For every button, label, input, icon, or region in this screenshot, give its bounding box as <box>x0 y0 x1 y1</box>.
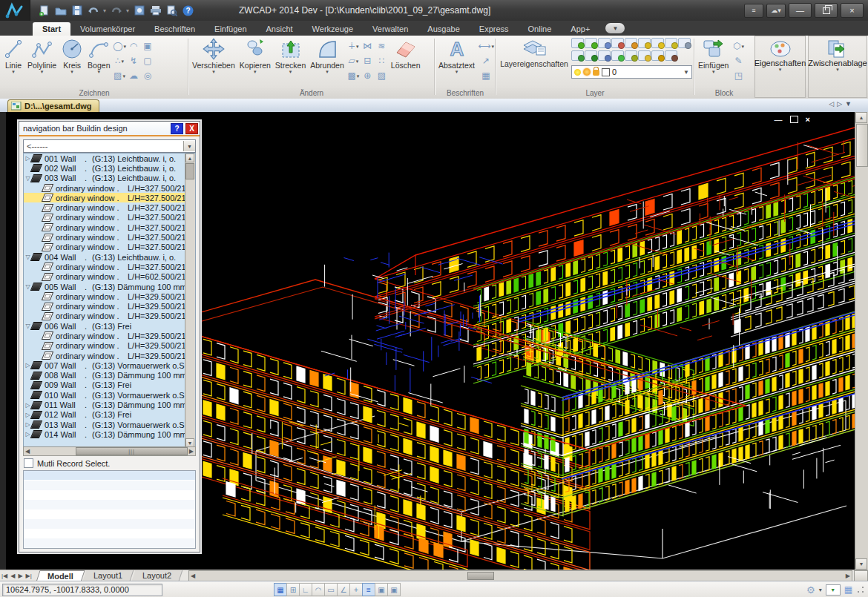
hscroll-right-icon[interactable]: ▶ <box>189 448 194 455</box>
aendern-tool-icon-0[interactable]: ∔▾ <box>346 39 361 53</box>
canvas-vertical-scrollbar[interactable]: ▲ ▼ <box>855 112 868 570</box>
close-button[interactable]: × <box>841 3 864 18</box>
hscroll-left-icon[interactable]: ◀ <box>25 448 30 455</box>
zeichnen-tool-icon-3[interactable]: ∴▾ <box>112 53 126 68</box>
zeichnen-tool-icon-0[interactable]: ◯▾ <box>112 39 126 53</box>
tree-row[interactable]: ordinary window .L/H=329.500/210.00 <box>24 351 195 360</box>
tree-row[interactable]: 010 Wall.(G:13) Vormauerwerk o.S., <box>24 390 195 400</box>
ribbon-tab-ansicht[interactable]: Ansicht <box>257 22 303 36</box>
tree-row[interactable]: ordinary window .L/H=327.500/210.00 <box>24 243 195 252</box>
status-toggle-grid[interactable]: ▦ <box>274 583 287 596</box>
ribbon-tab-ausgabe[interactable]: Ausgabe <box>418 22 469 36</box>
doc-restore-icon[interactable] <box>790 116 798 123</box>
status-toggle-paper[interactable]: ▣ <box>387 583 401 596</box>
layer-tool-icon-6[interactable] <box>651 38 664 48</box>
tree-row[interactable]: ▷007 Wall.(G:13) Vormauerwerk o.S., <box>24 360 195 370</box>
layer-combo[interactable]: 0 ▼ <box>571 65 692 79</box>
layer-unlock-icon[interactable] <box>593 70 599 76</box>
strecken-button[interactable]: Strecken▾ <box>273 36 308 73</box>
beschriften-tool-icon-0[interactable]: ⟷▾ <box>477 39 495 53</box>
kreis-button[interactable]: Kreis▾ <box>59 36 85 73</box>
tree-row[interactable]: ordinary window .L/H=329.500/210.00 <box>24 311 195 321</box>
restore-button[interactable] <box>815 3 838 18</box>
layereigenschaften-button[interactable]: Layereigenschaften <box>497 36 571 68</box>
doc-minimize-icon[interactable]: — <box>775 115 783 124</box>
layer-on-icon[interactable] <box>574 69 581 76</box>
tree-row[interactable]: 009 Wall.(G:13) Frei <box>24 380 195 390</box>
document-tab-nav[interactable]: ◁▷▼ <box>829 100 855 108</box>
status-toggle-osnap[interactable]: ▭ <box>324 583 338 596</box>
tree-hscroll-thumb[interactable]: ||| <box>76 447 188 455</box>
layer-color-swatch[interactable] <box>602 68 610 76</box>
layer-tool-icon-2[interactable] <box>598 38 611 48</box>
tree-row[interactable]: ▽004 Wall.(G:13) Leichtbauw. i, o. <box>24 252 195 262</box>
beschriften-tool-icon-2[interactable]: ▦ <box>477 68 495 83</box>
ribbon-tab-werkzeuge[interactable]: Werkzeuge <box>303 22 363 36</box>
next-tab-icon[interactable]: ▶ <box>18 573 22 579</box>
redo-dropdown-icon[interactable]: ▾ <box>126 7 129 14</box>
tree-vertical-scrollbar[interactable]: ▲ ▼ <box>185 154 195 447</box>
aendern-tool-icon-4[interactable]: ⊟ <box>361 53 375 68</box>
ribbon-tab-online[interactable]: Online <box>519 22 562 36</box>
ribbon-tab-einfügen[interactable]: Einfügen <box>205 22 256 36</box>
scroll-down-icon[interactable]: ▼ <box>855 558 867 570</box>
undo-icon[interactable] <box>87 4 99 17</box>
tree-row[interactable]: ordinary window .L/H=327.500/210.00 <box>24 262 195 271</box>
eigenschaften-button[interactable]: Eigenschaften▾ <box>754 36 806 98</box>
tree-horizontal-scrollbar[interactable]: ◀ ||| ▶ <box>23 446 196 456</box>
tree-row[interactable]: ▷001 Wall.(G:13) Leichtbauw. i, o. <box>24 154 195 163</box>
tree-row[interactable]: ▷011 Wall.(G:13) Dämmung 100 mm <box>24 400 195 409</box>
layer-tool-icon-16[interactable] <box>665 50 677 61</box>
layer-tool-icon-4[interactable] <box>625 38 637 48</box>
absatztext-button[interactable]: A Absatztext▾ <box>436 36 477 73</box>
hscroll-right-icon[interactable]: ▶ <box>846 573 850 579</box>
ribbon-tab-start[interactable]: Start <box>33 22 70 36</box>
ribbon-tab-express[interactable]: Express <box>470 22 519 36</box>
tree-row[interactable]: ordinary window .L/H=327.500/210.00 <box>24 222 195 232</box>
first-tab-icon[interactable]: |◀ <box>1 573 7 579</box>
layer-tool-icon-14[interactable] <box>638 50 651 61</box>
doc-close-icon[interactable]: × <box>806 115 810 124</box>
tree-row[interactable]: ▷012 Wall.(G:13) Frei <box>24 410 195 420</box>
block-tool-icon-2[interactable]: ◳ <box>731 68 746 83</box>
document-tab[interactable]: D:\...\gesamt.dwg <box>7 99 99 112</box>
plot-icon[interactable] <box>133 4 145 17</box>
block-tool-icon-1[interactable]: ✎ <box>731 53 746 68</box>
ribbon-tab-app+[interactable]: App+ <box>561 22 599 36</box>
beschriften-tool-icon-1[interactable]: ↗ <box>477 53 495 68</box>
palette-help-button[interactable]: ? <box>171 123 183 134</box>
tree-row[interactable]: ordinary window .L/H=327.500/210.00 <box>24 183 195 193</box>
block-tool-icon-0[interactable]: ⬡▾ <box>731 39 746 53</box>
tree-row[interactable]: 002 Wall.(G:13) Leichtbauw. i, o. <box>24 163 195 173</box>
tree-scroll-thumb[interactable] <box>185 163 194 179</box>
tree-row[interactable]: 008 Wall.(G:13) Dämmung 100 mm <box>24 371 195 380</box>
record-list-box[interactable] <box>23 470 196 549</box>
layer-tool-icon-15[interactable] <box>651 50 664 61</box>
polylinie-button[interactable]: Polylinie▾ <box>25 36 59 73</box>
wall-tree-list[interactable]: ▷001 Wall.(G:13) Leichtbauw. i, o.002 Wa… <box>23 153 196 448</box>
aendern-tool-icon-3[interactable]: ▱▾ <box>346 53 361 68</box>
tree-row[interactable]: ▷014 Wall.(G:13) Dämmung 100 mm <box>24 429 195 439</box>
layout-tab-layout1[interactable]: Layout1 <box>82 570 134 581</box>
layout-tab-layout2[interactable]: Layout2 <box>132 570 183 581</box>
gear-icon[interactable]: ⚙ <box>806 584 815 596</box>
status-toggle-polar[interactable]: ◠ <box>312 583 325 596</box>
loeschen-button[interactable]: Löschen <box>389 36 423 70</box>
gear-dropdown-icon[interactable]: ▾ <box>819 588 822 592</box>
palette-filter-combo[interactable]: <------ ▼ <box>23 139 196 153</box>
aendern-tool-icon-6[interactable]: ▩▾ <box>346 68 361 83</box>
checkbox-icon[interactable] <box>24 458 33 468</box>
layer-tool-icon-1[interactable] <box>585 38 597 48</box>
hscroll-left-icon[interactable]: ◀ <box>191 573 195 579</box>
layer-tool-icon-8[interactable] <box>678 38 691 48</box>
horizontal-scroll-thumb[interactable] <box>467 572 494 580</box>
print-icon[interactable] <box>149 4 162 17</box>
layer-tool-icon-10[interactable] <box>585 50 597 61</box>
zeichnen-tool-icon-2[interactable]: ▣ <box>140 39 154 53</box>
aendern-tool-icon-8[interactable]: ▨ <box>375 68 389 83</box>
redo-icon[interactable] <box>110 4 122 17</box>
prev-tab-icon[interactable]: ◀ <box>10 573 15 579</box>
tree-row-selected[interactable]: ordinary window .L/H=327.500/210.00 <box>24 193 195 202</box>
canvas-horizontal-scrollbar[interactable]: ◀ ▶ <box>188 570 852 581</box>
status-toggle-ortho[interactable]: ∟ <box>299 583 312 596</box>
